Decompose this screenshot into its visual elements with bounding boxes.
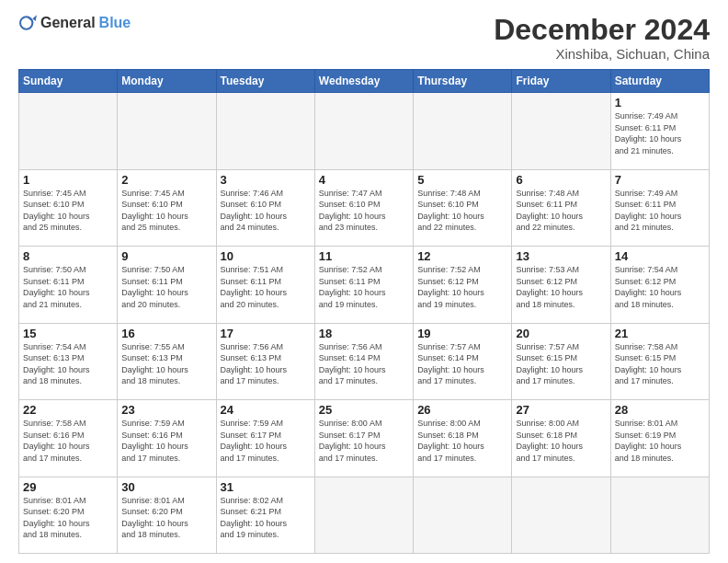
day-number: 19 (417, 327, 507, 340)
day-info: Sunrise: 7:48 AMSunset: 6:11 PMDaylight:… (516, 188, 606, 234)
calendar-day-cell: 6Sunrise: 7:48 AMSunset: 6:11 PMDaylight… (512, 169, 610, 246)
day-number: 31 (221, 480, 311, 494)
day-number: 2 (121, 173, 211, 187)
day-info: Sunrise: 7:54 AMSunset: 6:13 PMDaylight:… (23, 341, 113, 387)
day-number: 1 (615, 96, 705, 109)
day-number: 18 (319, 327, 409, 340)
day-info: Sunrise: 7:56 AMSunset: 6:13 PMDaylight:… (221, 341, 311, 387)
calendar-day-cell (314, 477, 413, 553)
calendar-day-cell: 1Sunrise: 7:49 AMSunset: 6:11 PMDaylight… (610, 93, 709, 169)
day-info: Sunrise: 8:00 AMSunset: 6:18 PMDaylight:… (417, 418, 507, 464)
day-info: Sunrise: 7:49 AMSunset: 6:11 PMDaylight:… (615, 110, 705, 156)
day-info: Sunrise: 7:48 AMSunset: 6:10 PMDaylight:… (417, 188, 507, 234)
day-number: 14 (615, 249, 705, 263)
calendar-week-row: 1Sunrise: 7:49 AMSunset: 6:11 PMDaylight… (19, 93, 710, 169)
day-info: Sunrise: 7:45 AMSunset: 6:10 PMDaylight:… (23, 188, 113, 234)
day-number: 26 (417, 403, 507, 417)
calendar-header: SundayMondayTuesdayWednesdayThursdayFrid… (19, 70, 710, 93)
day-info: Sunrise: 7:51 AMSunset: 6:11 PMDaylight:… (221, 264, 311, 310)
calendar-day-cell (19, 93, 118, 169)
day-number: 22 (23, 403, 113, 417)
calendar-day-cell: 21Sunrise: 7:58 AMSunset: 6:15 PMDayligh… (610, 323, 709, 399)
calendar-day-cell (610, 477, 709, 553)
day-info: Sunrise: 7:57 AMSunset: 6:15 PMDaylight:… (516, 341, 606, 387)
day-info: Sunrise: 8:01 AMSunset: 6:19 PMDaylight:… (615, 418, 705, 464)
day-info: Sunrise: 8:00 AMSunset: 6:17 PMDaylight:… (319, 418, 409, 464)
month-title: December 2024 (494, 14, 710, 46)
day-number: 27 (516, 403, 606, 417)
calendar-day-cell: 12Sunrise: 7:52 AMSunset: 6:12 PMDayligh… (414, 247, 512, 323)
day-info: Sunrise: 7:45 AMSunset: 6:10 PMDaylight:… (121, 188, 211, 234)
day-info: Sunrise: 7:57 AMSunset: 6:14 PMDaylight:… (417, 341, 507, 387)
calendar-day-cell: 13Sunrise: 7:53 AMSunset: 6:12 PMDayligh… (512, 247, 610, 323)
calendar-week-row: 8Sunrise: 7:50 AMSunset: 6:11 PMDaylight… (19, 247, 710, 323)
day-number: 25 (319, 403, 409, 417)
day-info: Sunrise: 7:47 AMSunset: 6:10 PMDaylight:… (319, 188, 409, 234)
day-number: 16 (121, 327, 211, 340)
day-number: 13 (516, 249, 606, 263)
calendar-day-cell: 8Sunrise: 7:50 AMSunset: 6:11 PMDaylight… (19, 247, 118, 323)
calendar-day-cell: 20Sunrise: 7:57 AMSunset: 6:15 PMDayligh… (512, 323, 610, 399)
day-number: 20 (516, 327, 606, 340)
day-info: Sunrise: 7:53 AMSunset: 6:12 PMDaylight:… (516, 264, 606, 310)
day-number: 3 (221, 173, 311, 187)
calendar-day-cell: 29Sunrise: 8:01 AMSunset: 6:20 PMDayligh… (19, 477, 118, 553)
calendar-day-cell: 3Sunrise: 7:46 AMSunset: 6:10 PMDaylight… (216, 169, 314, 246)
calendar-body: 1Sunrise: 7:49 AMSunset: 6:11 PMDaylight… (19, 93, 710, 554)
calendar-day-cell: 27Sunrise: 8:00 AMSunset: 6:18 PMDayligh… (512, 400, 610, 477)
day-info: Sunrise: 8:01 AMSunset: 6:20 PMDaylight:… (121, 495, 211, 541)
day-of-week-header: Monday (118, 70, 216, 93)
day-info: Sunrise: 8:00 AMSunset: 6:18 PMDaylight:… (516, 418, 606, 464)
day-info: Sunrise: 7:49 AMSunset: 6:11 PMDaylight:… (615, 188, 705, 234)
calendar-day-cell: 2Sunrise: 7:45 AMSunset: 6:10 PMDaylight… (118, 169, 216, 246)
day-number: 29 (23, 480, 113, 494)
day-of-week-header: Sunday (19, 70, 118, 93)
calendar-day-cell: 25Sunrise: 8:00 AMSunset: 6:17 PMDayligh… (314, 400, 413, 477)
day-info: Sunrise: 7:59 AMSunset: 6:17 PMDaylight:… (221, 418, 311, 464)
calendar-day-cell: 7Sunrise: 7:49 AMSunset: 6:11 PMDaylight… (610, 169, 709, 246)
calendar-day-cell: 18Sunrise: 7:56 AMSunset: 6:14 PMDayligh… (314, 323, 413, 399)
day-info: Sunrise: 8:02 AMSunset: 6:21 PMDaylight:… (221, 495, 311, 541)
day-info: Sunrise: 7:55 AMSunset: 6:13 PMDaylight:… (121, 341, 211, 387)
calendar-week-row: 1Sunrise: 7:45 AMSunset: 6:10 PMDaylight… (19, 169, 710, 246)
day-number: 6 (516, 173, 606, 187)
day-of-week-header: Friday (512, 70, 610, 93)
day-number: 28 (615, 403, 705, 417)
calendar-day-cell (216, 93, 314, 169)
logo-icon (18, 14, 37, 32)
day-info: Sunrise: 7:50 AMSunset: 6:11 PMDaylight:… (23, 264, 113, 310)
logo-general: General (40, 15, 96, 31)
day-of-week-header: Saturday (610, 70, 709, 93)
day-info: Sunrise: 7:59 AMSunset: 6:16 PMDaylight:… (121, 418, 211, 464)
calendar-day-cell: 15Sunrise: 7:54 AMSunset: 6:13 PMDayligh… (19, 323, 118, 399)
day-number: 8 (23, 249, 113, 263)
day-number: 11 (319, 249, 409, 263)
calendar-day-cell: 22Sunrise: 7:58 AMSunset: 6:16 PMDayligh… (19, 400, 118, 477)
day-info: Sunrise: 7:50 AMSunset: 6:11 PMDaylight:… (121, 264, 211, 310)
calendar-day-cell: 30Sunrise: 8:01 AMSunset: 6:20 PMDayligh… (118, 477, 216, 553)
day-info: Sunrise: 7:58 AMSunset: 6:16 PMDaylight:… (23, 418, 113, 464)
calendar-day-cell: 1Sunrise: 7:45 AMSunset: 6:10 PMDaylight… (19, 169, 118, 246)
day-number: 1 (23, 173, 113, 187)
day-number: 9 (121, 249, 211, 263)
calendar-week-row: 29Sunrise: 8:01 AMSunset: 6:20 PMDayligh… (19, 477, 710, 553)
calendar-day-cell: 28Sunrise: 8:01 AMSunset: 6:19 PMDayligh… (610, 400, 709, 477)
calendar-day-cell: 26Sunrise: 8:00 AMSunset: 6:18 PMDayligh… (414, 400, 512, 477)
day-info: Sunrise: 8:01 AMSunset: 6:20 PMDaylight:… (23, 495, 113, 541)
calendar-day-cell: 10Sunrise: 7:51 AMSunset: 6:11 PMDayligh… (216, 247, 314, 323)
calendar-table: SundayMondayTuesdayWednesdayThursdayFrid… (18, 69, 710, 554)
calendar-week-row: 15Sunrise: 7:54 AMSunset: 6:13 PMDayligh… (19, 323, 710, 399)
day-number: 10 (221, 249, 311, 263)
day-of-week-header: Wednesday (314, 70, 413, 93)
calendar-day-cell (512, 477, 610, 553)
day-info: Sunrise: 7:56 AMSunset: 6:14 PMDaylight:… (319, 341, 409, 387)
calendar-day-cell: 31Sunrise: 8:02 AMSunset: 6:21 PMDayligh… (216, 477, 314, 553)
calendar-day-cell (512, 93, 610, 169)
calendar-day-cell: 9Sunrise: 7:50 AMSunset: 6:11 PMDaylight… (118, 247, 216, 323)
calendar-day-cell: 19Sunrise: 7:57 AMSunset: 6:14 PMDayligh… (414, 323, 512, 399)
calendar-day-cell: 4Sunrise: 7:47 AMSunset: 6:10 PMDaylight… (314, 169, 413, 246)
calendar-day-cell: 16Sunrise: 7:55 AMSunset: 6:13 PMDayligh… (118, 323, 216, 399)
day-number: 30 (121, 480, 211, 494)
location-title: Xinshiba, Sichuan, China (494, 46, 710, 62)
header: GeneralBlue December 2024 Xinshiba, Sich… (18, 14, 710, 62)
